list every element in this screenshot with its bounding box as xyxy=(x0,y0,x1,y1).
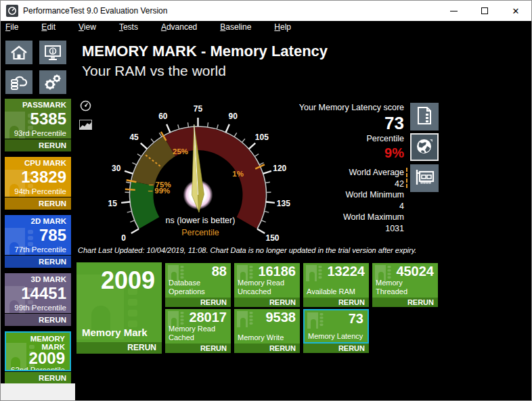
result-cell-memory-read-cached[interactable]: 28017Memory Read CachedRERUN xyxy=(165,309,231,353)
maximize-icon xyxy=(481,7,488,14)
world-stat-value: 1031 xyxy=(285,223,404,235)
card-value: 14451 xyxy=(5,286,66,301)
menu-file[interactable]: File xyxy=(5,21,18,33)
passmark-rerun-button[interactable]: RERUN xyxy=(5,139,71,151)
memory-mark-card[interactable]: 2009 Memory Mark RERUN xyxy=(76,262,162,354)
sidebar-card-2d-mark[interactable]: 2D MARK78577th PercentileRERUN xyxy=(5,215,71,268)
svg-text:1%: 1% xyxy=(232,170,244,178)
maximize-button[interactable] xyxy=(469,1,500,21)
card-label: 3D MARK xyxy=(5,275,66,283)
menu-baseline[interactable]: Baseline xyxy=(220,21,251,33)
card-label: 2D MARK xyxy=(5,217,66,225)
database-operations-rerun-button[interactable]: RERUN xyxy=(165,298,231,307)
menu-bar: FileEditViewTestsAdvancedBaselineHelp xyxy=(1,21,531,33)
card-percentile: 93rd Percentile xyxy=(5,129,66,137)
memory-write-rerun-button[interactable]: RERUN xyxy=(234,344,300,353)
close-icon: ✕ xyxy=(512,7,520,16)
results-grid: 88Database OperationsRERUN16186Memory Re… xyxy=(165,263,449,353)
system-info-button[interactable] xyxy=(39,41,66,64)
cell-label: Available RAM xyxy=(307,287,355,296)
result-cell-memory-read-uncached[interactable]: 16186Memory Read UncachedRERUN xyxy=(234,263,300,307)
world-stat-label: World Minimum xyxy=(285,189,404,201)
menu-advanced[interactable]: Advanced xyxy=(161,21,197,33)
card-label: PASSMARK xyxy=(5,101,66,109)
svg-text:45: 45 xyxy=(129,133,139,142)
memory-chip-icon xyxy=(305,265,323,284)
card-value: 13829 xyxy=(5,170,66,185)
result-cell-available-ram[interactable]: 13224Available RAMRERUN xyxy=(303,263,369,307)
card-value: 2009 xyxy=(6,351,65,366)
score-panel: Your Memory Latency score 73 Percentile … xyxy=(285,102,404,234)
web-button[interactable] xyxy=(410,133,439,161)
cell-label: Memory Read Uncached xyxy=(238,279,297,296)
3d-mark-rerun-button[interactable]: RERUN xyxy=(5,314,71,326)
memory-chip-icon xyxy=(236,311,254,330)
minimize-icon xyxy=(450,11,458,11)
cloud-database-icon xyxy=(9,74,28,91)
hardware-button[interactable] xyxy=(410,164,439,192)
sidebar-card-memory-mark[interactable]: MEMORY MARK200962nd PercentileRERUN xyxy=(5,331,71,384)
available-ram-rerun-button[interactable]: RERUN xyxy=(303,298,369,307)
svg-text:60: 60 xyxy=(158,112,168,121)
sidebar-card-passmark[interactable]: PASSMARK538593rd PercentileRERUN xyxy=(5,99,71,151)
card-percentile: 77th Percentile xyxy=(5,245,66,254)
card-percentile: 99th Percentile xyxy=(5,304,66,312)
cell-value: 16186 xyxy=(258,264,296,279)
menu-tests[interactable]: Tests xyxy=(119,21,138,33)
chart-updated-status: Chart Last Updated: 10/04/2019, 11:08. C… xyxy=(78,246,416,254)
cell-label: Memory Read Cached xyxy=(169,325,228,342)
cloud-database-button[interactable] xyxy=(5,70,32,94)
memory-chip-icon xyxy=(307,312,324,331)
result-cell-memory-write[interactable]: 9538Memory WriteRERUN xyxy=(234,309,300,353)
menu-edit[interactable]: Edit xyxy=(41,21,56,33)
memory-threaded-rerun-button[interactable]: RERUN xyxy=(372,298,438,307)
percentile-label: Percentile xyxy=(285,133,404,144)
cell-value: 9538 xyxy=(266,310,296,325)
svg-text:105: 105 xyxy=(255,133,269,142)
menu-help[interactable]: Help xyxy=(274,21,291,33)
cell-value: 13224 xyxy=(327,264,365,279)
cpu-mark-rerun-button[interactable]: RERUN xyxy=(5,197,71,210)
cell-value: 28017 xyxy=(189,310,227,325)
sidebar-footer xyxy=(1,383,75,401)
card-value: 785 xyxy=(5,228,66,243)
menu-view[interactable]: View xyxy=(79,21,96,33)
card-percentile: 94th Percentile xyxy=(5,187,66,195)
cell-value: 73 xyxy=(349,311,363,327)
home-icon xyxy=(10,45,28,61)
app-logo-icon xyxy=(6,5,18,17)
minimize-button[interactable] xyxy=(438,1,469,21)
card-percentile: 62nd Percentile xyxy=(6,366,65,371)
memory-mark-rerun-button[interactable]: RERUN xyxy=(5,372,71,384)
score-value: 73 xyxy=(285,113,404,133)
world-stat-value: 4 xyxy=(285,201,404,212)
memory-mark-rerun-button[interactable]: RERUN xyxy=(76,342,162,354)
svg-text:30: 30 xyxy=(112,164,121,173)
memory-latency-rerun-button[interactable]: RERUN xyxy=(303,344,369,353)
settings-button[interactable] xyxy=(39,70,66,94)
2d-mark-rerun-button[interactable]: RERUN xyxy=(5,256,71,268)
cell-label: Memory Latency xyxy=(308,332,363,341)
result-cell-memory-latency[interactable]: 73Memory LatencyRERUN xyxy=(303,309,369,353)
window-title: PerformanceTest 9.0 Evaluation Version xyxy=(23,6,167,16)
svg-text:‒ 99%: ‒ 99% xyxy=(148,187,171,195)
page-subtitle: Your RAM vs the world xyxy=(82,63,226,79)
hardware-icon xyxy=(414,168,435,189)
home-button[interactable] xyxy=(5,41,32,64)
memory-read-cached-rerun-button[interactable]: RERUN xyxy=(165,344,231,353)
svg-text:75: 75 xyxy=(194,104,203,114)
sidebar-card-cpu-mark[interactable]: CPU MARK1382994th PercentileRERUN xyxy=(5,157,71,210)
percentile-value: 9% xyxy=(285,144,404,162)
web-icon xyxy=(415,137,434,158)
sidebar-card-3d-mark[interactable]: 3D MARK1445199th PercentileRERUN xyxy=(5,273,71,326)
cell-value: 45024 xyxy=(396,264,434,279)
result-cell-memory-threaded[interactable]: 45024Memory ThreadedRERUN xyxy=(372,263,438,307)
result-cell-database-operations[interactable]: 88Database OperationsRERUN xyxy=(165,263,231,307)
close-button[interactable]: ✕ xyxy=(500,1,531,21)
world-stat-label: World Average xyxy=(285,167,404,179)
cell-label: Database Operations xyxy=(169,279,228,296)
report-button[interactable] xyxy=(410,103,439,131)
memory-read-uncached-rerun-button[interactable]: RERUN xyxy=(234,298,300,307)
page-title: MEMORY MARK - Memory Latency xyxy=(82,43,328,60)
app-window: PerformanceTest 9.0 Evaluation Version ✕… xyxy=(0,0,532,401)
